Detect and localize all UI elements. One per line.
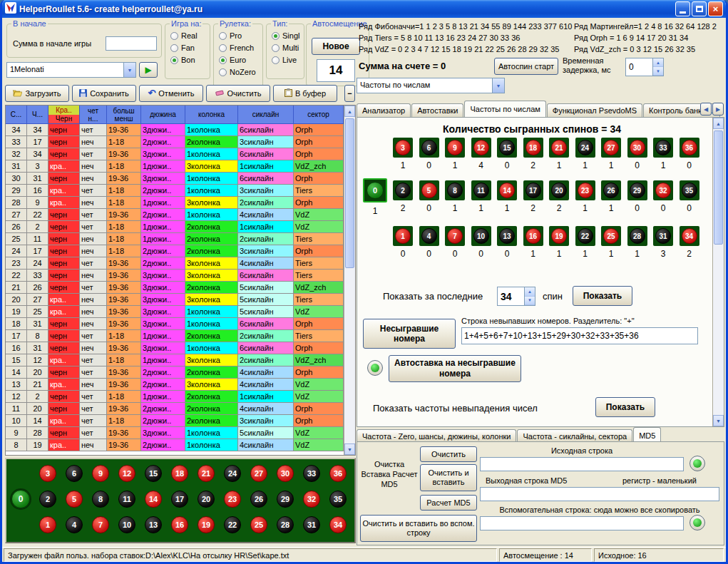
roulette-number-14[interactable]: 14 — [145, 491, 162, 508]
roulette-number-6[interactable]: 6 — [66, 465, 83, 482]
roulette-number-12[interactable]: 12 — [118, 465, 135, 482]
table-row[interactable]: 1420чернчет19-362дюжи..2колонка4сиклайнO… — [6, 366, 355, 379]
table-row[interactable]: 1831черннеч19-363дюжи..1колонка6сиклайнO… — [6, 318, 355, 330]
radio-French[interactable]: French — [219, 43, 262, 52]
roulette-number-29[interactable]: 29 — [630, 183, 645, 198]
roulette-number-31[interactable]: 31 — [303, 516, 320, 533]
new-button[interactable]: Новое — [312, 38, 360, 55]
roulette-number-21[interactable]: 21 — [551, 140, 567, 155]
roulette-number-34[interactable]: 34 — [682, 228, 697, 244]
table-row[interactable]: 122чернчет1-181дюжи..2колонка1сиклайнVdZ — [6, 391, 355, 403]
table-row[interactable]: 1631черннеч19-363дюжи..1колонка6сиклайнO… — [6, 342, 355, 354]
roulette-number-21[interactable]: 21 — [198, 465, 215, 482]
roulette-number-11[interactable]: 11 — [473, 183, 489, 198]
freq-tile-2[interactable]: 2 — [393, 180, 413, 200]
minus-button[interactable]: − — [344, 85, 355, 102]
scroll-up-icon[interactable]: ▲ — [344, 106, 355, 117]
roulette-number-9[interactable]: 9 — [447, 140, 463, 155]
missing-numbers-button[interactable]: Несыгравшие номера — [363, 319, 456, 349]
roulette-number-14[interactable]: 14 — [499, 183, 515, 198]
freq-tile-23[interactable]: 23 — [575, 180, 595, 200]
delay-spinner-down[interactable]: ▼ — [653, 67, 663, 76]
radio-Real[interactable]: Real — [170, 31, 210, 40]
freq-tile-21[interactable]: 21 — [549, 138, 569, 158]
radio-Live[interactable]: Live — [272, 56, 304, 64]
freq-tile-20[interactable]: 20 — [549, 180, 569, 200]
chevron-down-icon[interactable]: ▼ — [492, 78, 504, 93]
freq-tile-36[interactable]: 36 — [680, 138, 699, 158]
freq-tile-35[interactable]: 35 — [680, 180, 699, 200]
radio-Bon[interactable]: Bon — [170, 56, 210, 64]
freq-tile-1[interactable]: 1 — [393, 226, 413, 246]
radio-NoZero[interactable]: NoZero — [219, 68, 262, 76]
freq-tile-19[interactable]: 19 — [549, 226, 569, 246]
md5-clear-button[interactable]: Очистить — [420, 446, 477, 462]
roulette-number-36[interactable]: 36 — [682, 140, 697, 155]
roulette-number-13[interactable]: 13 — [499, 228, 515, 244]
roulette-number-15[interactable]: 15 — [145, 465, 162, 482]
roulette-number-20[interactable]: 20 — [198, 491, 215, 508]
table-row[interactable]: 2233черннеч19-363дюжи..3колонка6сиклайнT… — [6, 270, 355, 282]
roulette-number-7[interactable]: 7 — [92, 516, 109, 533]
roulette-number-2[interactable]: 2 — [395, 183, 411, 198]
table-row[interactable]: 819кра..неч19-362дюжи..1колонка4сиклайнV… — [6, 439, 355, 451]
scroll-thumb[interactable] — [345, 118, 354, 268]
table-row[interactable]: 1120чернчет19-362дюжи..2колонка4сиклайнO… — [6, 403, 355, 415]
table-row[interactable]: 178чернчет1-181дюжи..2колонка2сиклайнTie… — [6, 330, 355, 342]
freq-tile-31[interactable]: 31 — [653, 226, 673, 246]
roulette-number-34[interactable]: 34 — [329, 516, 347, 533]
md5-clear-paste-aux-button[interactable]: Очистить и вставить во вспом. строку — [360, 515, 477, 542]
scroll-down-icon[interactable]: ▼ — [344, 443, 355, 455]
freq-tile-8[interactable]: 8 — [445, 180, 465, 200]
table-row[interactable]: 3234чернчет19-363дюжи..1колонка6сиклайнO… — [6, 148, 355, 160]
green-led-button[interactable] — [689, 456, 705, 471]
roulette-number-16[interactable]: 16 — [171, 516, 188, 533]
header-sixline[interactable]: сиклайн — [238, 106, 294, 124]
radio-Fan[interactable]: Fan — [170, 43, 210, 52]
freq-tile-28[interactable]: 28 — [627, 226, 647, 246]
mode-combo[interactable]: Частоты по числам ▼ — [357, 78, 505, 93]
md5-aux-input[interactable] — [480, 516, 684, 530]
scroll-up-icon[interactable]: ▲ — [713, 118, 724, 129]
show-last-spinner[interactable]: 34 ▲▼ — [497, 287, 535, 306]
freq-tile-14[interactable]: 14 — [497, 180, 517, 200]
roulette-number-0[interactable]: 0 — [11, 490, 30, 508]
roulette-number-16[interactable]: 16 — [526, 228, 541, 244]
main-tab-1[interactable]: Анализатор — [357, 103, 411, 117]
roulette-number-6[interactable]: 6 — [421, 140, 437, 155]
table-scrollbar[interactable]: ▲ ▼ — [344, 106, 355, 455]
scroll-thumb[interactable] — [714, 130, 723, 245]
table-row[interactable]: 2417черннеч1-182дюжи..2колонка3сиклайнOr… — [6, 245, 355, 257]
main-tab-3[interactable]: Частоты по числам — [464, 101, 545, 117]
table-row[interactable]: 2511черннеч1-181дюжи..2колонка2сиклайнTi… — [6, 233, 355, 245]
roulette-number-22[interactable]: 22 — [578, 228, 593, 244]
header-spin[interactable]: С... — [6, 106, 27, 124]
delay-spinner-up[interactable]: ▲ — [653, 58, 663, 67]
roulette-number-19[interactable]: 19 — [198, 516, 215, 533]
freq-tile-25[interactable]: 25 — [601, 226, 621, 246]
freq-tile-18[interactable]: 18 — [523, 138, 543, 158]
table-row[interactable]: 1512кра..чет1-181дюжи..3колонка2сиклайнV… — [6, 354, 355, 366]
roulette-number-25[interactable]: 25 — [603, 228, 619, 244]
freq-tile-33[interactable]: 33 — [653, 138, 673, 158]
roulette-number-17[interactable]: 17 — [171, 491, 188, 508]
frequency-scrollbar[interactable]: ▲ ▼ — [712, 118, 724, 426]
roulette-number-8[interactable]: 8 — [447, 183, 463, 198]
green-led-button[interactable] — [367, 360, 383, 376]
save-button[interactable]: Сохранить — [72, 85, 136, 102]
md5-source-input[interactable] — [480, 457, 684, 471]
radio-Euro[interactable]: Euro — [219, 56, 262, 64]
roulette-number-1[interactable]: 1 — [395, 228, 411, 244]
roulette-number-9[interactable]: 9 — [92, 465, 109, 482]
roulette-number-2[interactable]: 2 — [39, 491, 56, 508]
show-missing-freq-button[interactable]: Показать — [595, 397, 655, 417]
freq-tile-12[interactable]: 12 — [471, 138, 491, 158]
play-button[interactable]: ▶ — [139, 62, 158, 78]
close-button[interactable]: × — [708, 1, 723, 16]
roulette-number-25[interactable]: 25 — [250, 516, 267, 533]
maximize-button[interactable] — [692, 1, 707, 16]
preset-combo[interactable]: 1Melonati ▼ — [6, 62, 136, 78]
roulette-number-22[interactable]: 22 — [224, 516, 241, 533]
roulette-number-3[interactable]: 3 — [395, 140, 411, 155]
roulette-number-26[interactable]: 26 — [250, 491, 267, 508]
